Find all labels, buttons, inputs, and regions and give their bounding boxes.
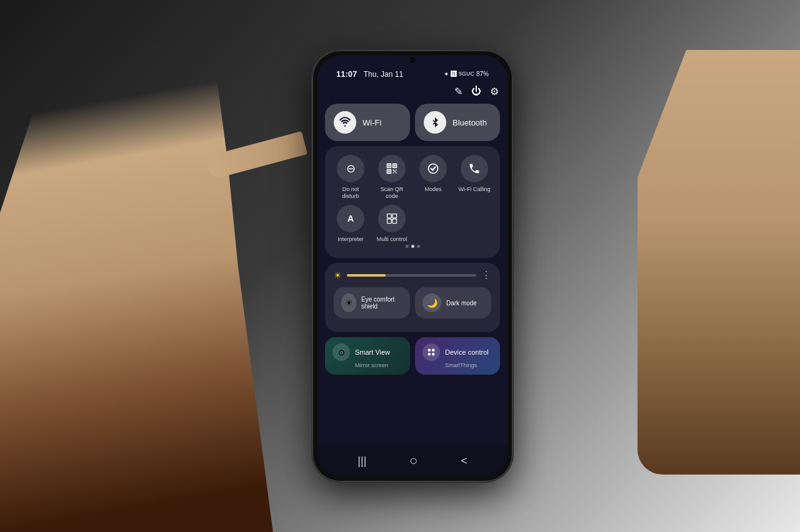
- svg-rect-14: [392, 214, 397, 218]
- dnd-icon: ⊖: [337, 155, 364, 182]
- wifi-calling-label: Wi-Fi Calling: [458, 186, 490, 193]
- modes-label: Modes: [424, 186, 441, 193]
- device-control-header: Device control: [422, 343, 492, 361]
- svg-rect-18: [432, 349, 434, 352]
- svg-rect-2: [388, 165, 390, 167]
- interpreter-label: Interpreter: [338, 236, 364, 243]
- device-control-subtitle: SmartThings: [422, 362, 492, 368]
- page-dots: [331, 245, 494, 248]
- svg-rect-9: [393, 172, 394, 174]
- dark-mode-label: Dark mode: [446, 300, 477, 307]
- wifi-icon-circle: [334, 111, 356, 134]
- interpreter-button[interactable]: A Interpreter: [331, 205, 370, 243]
- dark-mode-icon: 🌙: [422, 293, 441, 312]
- smart-view-icon: ⊙: [332, 343, 350, 361]
- bluetooth-status-icon: ✦: [444, 71, 449, 77]
- dot-2: [411, 245, 414, 248]
- brightness-slider[interactable]: [347, 274, 476, 277]
- scan-qr-button[interactable]: Scan QRcode: [372, 155, 411, 200]
- svg-rect-15: [388, 219, 392, 223]
- multi-control-label: Multi control: [377, 236, 408, 243]
- wifi-calling-button[interactable]: Wi-Fi Calling: [455, 155, 494, 200]
- svg-rect-11: [396, 172, 397, 174]
- phone-screen: 11:07 Thu, Jan 11 ✦ 🅽 5GUC 87% ✎ ⏻ ⚙: [318, 56, 508, 476]
- wifi-calling-icon: [461, 155, 488, 182]
- svg-point-0: [344, 126, 346, 127]
- power-icon[interactable]: ⏻: [471, 86, 481, 97]
- settings-icon[interactable]: ⚙: [490, 86, 499, 97]
- dot-1: [406, 245, 409, 248]
- svg-rect-13: [388, 214, 392, 218]
- header-action-icons[interactable]: ✎ ⏻ ⚙: [454, 86, 499, 97]
- modes-button[interactable]: Modes: [414, 155, 452, 200]
- brightness-section: ☀ ⋮ ☀ Eye comfort shield 🌙 Dark mode: [325, 263, 500, 332]
- eye-comfort-icon: ☀: [341, 293, 356, 312]
- svg-rect-6: [388, 170, 390, 172]
- svg-rect-7: [393, 170, 395, 172]
- brightness-sun-icon: ☀: [334, 270, 342, 280]
- nfc-icon: 🅽: [451, 71, 457, 77]
- multi-control-icon: [378, 205, 406, 232]
- clock: 11:07: [336, 69, 357, 79]
- bottom-tiles: ⊙ Smart View Mirror screen: [325, 337, 500, 375]
- status-time-date: 11:07 Thu, Jan 11: [336, 68, 403, 79]
- quick-actions-row2: A Interpreter Multi control: [331, 205, 494, 243]
- brightness-fill: [347, 274, 386, 277]
- multi-control-button[interactable]: Multi control: [372, 205, 411, 243]
- svg-rect-19: [428, 353, 431, 356]
- smart-view-title: Smart View: [355, 348, 390, 356]
- svg-rect-17: [428, 349, 431, 352]
- comfort-tiles-row: ☀ Eye comfort shield 🌙 Dark mode: [334, 287, 491, 318]
- battery-icon: 87%: [476, 71, 489, 77]
- bluetooth-tile[interactable]: Bluetooth: [415, 104, 500, 141]
- dark-mode-tile[interactable]: 🌙 Dark mode: [415, 287, 491, 318]
- brightness-row: ☀ ⋮: [334, 269, 491, 281]
- qs-header: ✎ ⏻ ⚙: [325, 83, 500, 104]
- wifi-label: Wi-Fi: [362, 118, 381, 127]
- svg-rect-16: [392, 219, 397, 223]
- wifi-tile[interactable]: Wi-Fi: [325, 104, 410, 141]
- dot-3: [417, 245, 420, 248]
- camera-notch: [409, 57, 416, 63]
- svg-rect-8: [396, 170, 397, 171]
- scan-qr-label: Scan QRcode: [381, 186, 404, 200]
- smart-view-tile[interactable]: ⊙ Smart View Mirror screen: [325, 337, 410, 375]
- device-control-icon: [422, 343, 440, 361]
- scan-qr-icon: [378, 155, 406, 182]
- modes-icon: [419, 155, 447, 182]
- brightness-more-icon[interactable]: ⋮: [481, 269, 491, 281]
- svg-rect-20: [432, 353, 434, 356]
- date-display: Thu, Jan 11: [364, 70, 403, 79]
- smart-view-header: ⊙ Smart View: [332, 343, 402, 361]
- home-button[interactable]: ○: [404, 448, 422, 474]
- navigation-bar: ||| ○ <: [318, 445, 508, 476]
- back-button[interactable]: <: [456, 450, 472, 473]
- quick-actions-row1: ⊖ Do notdisturb: [331, 155, 494, 200]
- right-hand: [638, 50, 800, 475]
- phone-body: 11:07 Thu, Jan 11 ✦ 🅽 5GUC 87% ✎ ⏻ ⚙: [312, 51, 512, 481]
- svg-rect-10: [394, 171, 396, 172]
- status-icons: ✦ 🅽 5GUC 87%: [444, 71, 489, 77]
- quick-settings-panel: 11:07 Thu, Jan 11 ✦ 🅽 5GUC 87% ✎ ⏻ ⚙: [318, 56, 508, 476]
- main-toggle-tiles: Wi-Fi Bluetooth: [325, 104, 500, 141]
- signal-icon: 5GUC: [459, 71, 474, 77]
- status-bar: 11:07 Thu, Jan 11 ✦ 🅽 5GUC 87%: [325, 61, 500, 83]
- device-control-title: Device control: [445, 348, 489, 356]
- eye-comfort-tile[interactable]: ☀ Eye comfort shield: [334, 287, 410, 318]
- recent-apps-button[interactable]: |||: [352, 450, 371, 473]
- smart-view-subtitle: Mirror screen: [332, 362, 402, 368]
- eye-comfort-label: Eye comfort shield: [361, 296, 402, 310]
- dnd-button[interactable]: ⊖ Do notdisturb: [331, 155, 370, 200]
- bluetooth-icon-circle: [424, 111, 446, 134]
- interpreter-icon: A: [337, 205, 364, 232]
- pencil-icon[interactable]: ✎: [454, 86, 462, 97]
- dnd-label: Do notdisturb: [342, 186, 359, 200]
- bluetooth-label: Bluetooth: [452, 118, 487, 127]
- quick-actions-panel: ⊖ Do notdisturb: [325, 146, 500, 258]
- device-control-tile[interactable]: Device control SmartThings: [415, 337, 500, 375]
- svg-rect-4: [394, 165, 396, 167]
